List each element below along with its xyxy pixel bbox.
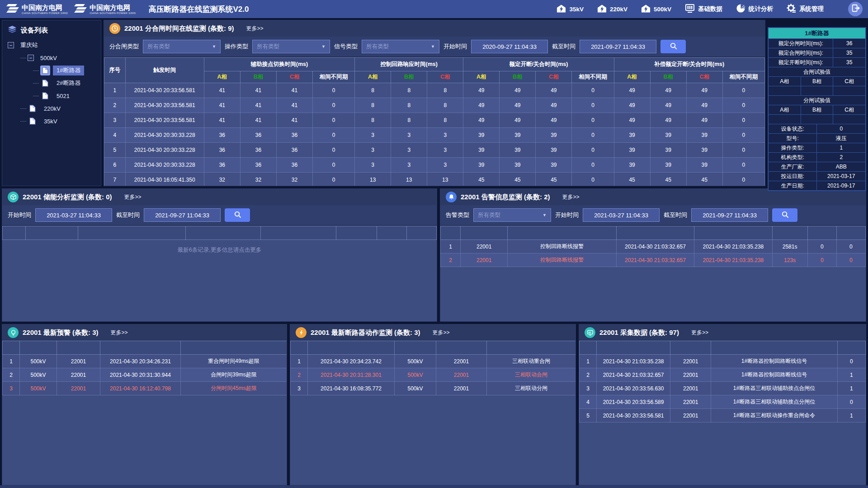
cell: 0 bbox=[312, 158, 354, 173]
logout-button[interactable] bbox=[848, 2, 863, 16]
cell: 3 bbox=[391, 128, 427, 143]
alarm-type-select[interactable]: 所有类型▼ bbox=[473, 208, 551, 222]
phase-header: A相 bbox=[769, 77, 801, 86]
table-row[interactable]: 4 2021-04-30 20:30:33.228 36 36 36 0 3 3… bbox=[104, 128, 765, 143]
tree-node-500kv[interactable]: − 500kV bbox=[2, 52, 101, 64]
tree-node-breaker1-selected[interactable]: 1#断路器 bbox=[2, 64, 101, 77]
table-row[interactable]: 2 2021-04-30 21:03:32.657 22001 1#断路器控制回… bbox=[580, 368, 866, 382]
cell: 0 bbox=[312, 143, 354, 158]
table-row[interactable]: 4 2021-04-30 20:33:56.589 22001 1#断路器三相联… bbox=[580, 395, 866, 409]
collect-table: 1 2021-04-30 21:03:35.238 22001 1#断路器控制回… bbox=[579, 341, 866, 422]
cell: 22001 bbox=[57, 368, 100, 382]
cell: 3 bbox=[104, 113, 126, 128]
cell: 0 bbox=[722, 158, 764, 173]
more-link[interactable]: 更多>> bbox=[433, 329, 450, 337]
operation-type-select[interactable]: 所有类型▼ bbox=[252, 40, 330, 53]
table-row[interactable]: 2 22001 控制回路断线报警 2021-04-30 21:03:32.657… bbox=[441, 253, 866, 267]
table-row[interactable]: 1 2021-04-30 20:33:56.581 41 41 41 0 8 8… bbox=[104, 83, 765, 98]
phase-value bbox=[833, 86, 866, 96]
column-header bbox=[308, 341, 395, 355]
table-row[interactable]: 2 500kV 22001 2021-04-30 20:31:30.944 合闸… bbox=[3, 368, 287, 382]
column-header bbox=[807, 226, 836, 240]
logo-subtext: CHINA SOUTHERN POWER GRID bbox=[90, 12, 136, 14]
table-row[interactable]: 3 500kV 22001 2021-04-30 16:12:40.798 分闸… bbox=[3, 382, 287, 395]
nav-item-500kv[interactable]: 500kV bbox=[641, 4, 671, 14]
collapse-icon[interactable]: − bbox=[28, 55, 34, 61]
cell: 45 bbox=[500, 173, 536, 187]
cell: 49 bbox=[650, 98, 686, 113]
tree-node-station[interactable]: − 重庆站 bbox=[2, 39, 101, 52]
start-time-input[interactable]: 2020-09-27 11:04:33 bbox=[471, 40, 548, 53]
table-row[interactable]: 3 2021-04-30 20:33:56.630 22001 1#断路器三相联… bbox=[580, 382, 866, 395]
nav-item-basic-data[interactable]: 基础数据 bbox=[685, 4, 722, 14]
info-label: 操作类型: bbox=[769, 143, 817, 153]
table-row[interactable]: 3 2021-04-30 16:08:35.772 500kV 22001 三相… bbox=[291, 382, 576, 395]
more-link[interactable]: 更多>> bbox=[691, 329, 708, 337]
collapse-icon[interactable]: − bbox=[8, 42, 14, 48]
action-table: 1 2021-04-30 20:34:23.742 500kV 22001 三相… bbox=[290, 341, 576, 395]
nav-item-220kv[interactable]: 220kV bbox=[597, 4, 627, 14]
cell: 1#断路器控制回路断线信号 bbox=[711, 355, 837, 368]
table-row[interactable]: 1 500kV 22001 2021-04-30 20:34:26.231 重合… bbox=[3, 355, 287, 368]
table-row[interactable]: 5 2021-04-30 20:30:33.228 36 36 36 0 3 3… bbox=[104, 143, 765, 158]
more-link[interactable]: 更多>> bbox=[124, 193, 142, 201]
cell: 41 bbox=[240, 113, 276, 128]
warning-table: 1 500kV 22001 2021-04-30 20:34:26.231 重合… bbox=[2, 341, 287, 395]
alarm-info-panel: 22001 告警信息监测 (条数: 2) 更多>> 告警类型 所有类型▼ 开始时… bbox=[440, 188, 866, 322]
tree-node-breaker2[interactable]: 2#断路器 bbox=[2, 77, 101, 89]
signal-type-select[interactable]: 所有类型▼ bbox=[362, 40, 439, 53]
table-row[interactable]: 5 2021-04-30 20:33:56.581 22001 1#断路器三相联… bbox=[580, 409, 866, 422]
table-row[interactable]: 1 22001 控制回路断线报警 2021-04-30 21:03:32.657… bbox=[441, 240, 866, 253]
cube-icon bbox=[8, 192, 19, 202]
end-time-input[interactable]: 2021-09-27 11:04:33 bbox=[144, 208, 221, 222]
cell: 2021-04-30 21:03:35.238 bbox=[597, 355, 670, 368]
cell: 22001 bbox=[461, 240, 508, 253]
cell: 13 bbox=[355, 173, 391, 187]
tree-node-220kv[interactable]: 220kV bbox=[2, 102, 101, 115]
cell: 2 bbox=[291, 368, 308, 382]
cell: 123s bbox=[772, 253, 807, 267]
table-row[interactable]: 3 2021-04-30 20:33:56.581 41 41 41 0 8 8… bbox=[104, 113, 765, 128]
search-button[interactable] bbox=[772, 208, 797, 222]
switch-type-select[interactable]: 所有类型▼ bbox=[143, 40, 221, 53]
substation-icon bbox=[641, 4, 651, 14]
more-link[interactable]: 更多>> bbox=[246, 25, 264, 33]
cell: 8 bbox=[391, 113, 427, 128]
end-time-input[interactable]: 2021-09-27 11:04:33 bbox=[691, 208, 768, 222]
column-header bbox=[580, 341, 597, 355]
search-button[interactable] bbox=[225, 208, 250, 222]
table-row[interactable]: 6 2021-04-30 20:30:33.228 36 36 36 0 3 3… bbox=[104, 158, 765, 173]
nav-item-statistics[interactable]: 统计分析 bbox=[736, 4, 773, 14]
phase-value bbox=[801, 115, 833, 124]
cell: 0 bbox=[312, 113, 354, 128]
end-time-input[interactable]: 2021-09-27 11:04:33 bbox=[580, 40, 656, 53]
more-link[interactable]: 更多>> bbox=[562, 193, 580, 201]
nav-item-system-admin[interactable]: 系统管理 bbox=[787, 4, 824, 14]
start-time-input[interactable]: 2021-03-27 11:04:33 bbox=[583, 208, 660, 222]
cell: 2021-04-30 21:03:32.657 bbox=[597, 368, 670, 382]
logo-subtext: CHINA SOUTHERN POWER GRID bbox=[22, 12, 68, 14]
cell: 8 bbox=[355, 83, 391, 98]
cell: 0 bbox=[312, 98, 354, 113]
cell: 3 bbox=[355, 128, 391, 143]
nav-item-35kv[interactable]: 35kV bbox=[557, 4, 584, 14]
cell: 500kV bbox=[395, 368, 436, 382]
table-row[interactable]: 7 2021-04-30 16:05:41.350 32 32 32 0 13 … bbox=[104, 173, 765, 187]
search-button[interactable] bbox=[660, 40, 686, 53]
cell: 49 bbox=[614, 83, 650, 98]
column-header bbox=[3, 341, 20, 355]
table-row[interactable]: 2 2021-04-30 20:33:56.581 41 41 41 0 8 8… bbox=[104, 98, 765, 113]
cell: 36 bbox=[240, 128, 276, 143]
cell: 0 bbox=[722, 173, 764, 187]
start-time-input[interactable]: 2021-03-27 11:04:33 bbox=[35, 208, 112, 222]
tree-node-35kv[interactable]: 35kV bbox=[2, 115, 101, 127]
column-header bbox=[836, 226, 865, 240]
table-row[interactable]: 2 2021-04-30 20:31:28.301 500kV 22001 三相… bbox=[291, 368, 576, 382]
more-link[interactable]: 更多>> bbox=[111, 329, 128, 337]
table-row[interactable]: 1 2021-04-30 20:34:23.742 500kV 22001 三相… bbox=[291, 355, 576, 368]
empty-records-hint: 最新6条记录,更多信息请点击更多 bbox=[2, 240, 437, 254]
tree-node-5021[interactable]: 5021 bbox=[2, 89, 101, 102]
lightning-icon bbox=[296, 327, 307, 338]
table-row[interactable]: 1 2021-04-30 21:03:35.238 22001 1#断路器控制回… bbox=[580, 355, 866, 368]
cell: 2021-04-30 20:31:30.944 bbox=[100, 368, 181, 382]
